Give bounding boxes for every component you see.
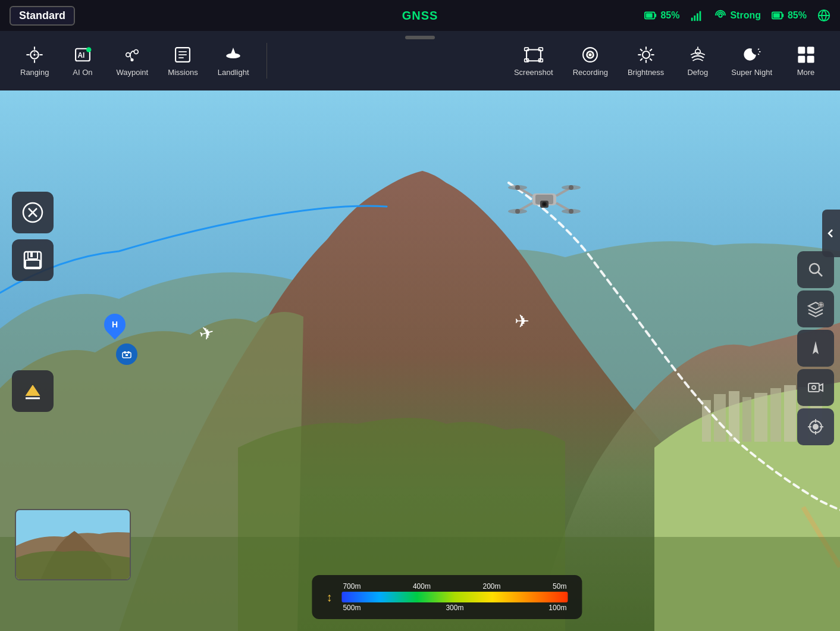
home-marker[interactable]: H bbox=[104, 314, 126, 335]
missions-label: Missions bbox=[168, 68, 198, 77]
scale-gradient bbox=[341, 592, 568, 602]
svg-rect-4 bbox=[694, 15, 696, 21]
drone-view bbox=[506, 177, 577, 221]
toolbar-divider bbox=[267, 43, 267, 79]
ranging-icon bbox=[24, 45, 45, 65]
brightness-icon bbox=[636, 45, 656, 65]
svg-rect-5 bbox=[697, 13, 698, 21]
rc-signal-status bbox=[690, 9, 703, 22]
ai-icon: AI bbox=[73, 45, 93, 65]
waypoint-label: Waypoint bbox=[116, 68, 148, 77]
scale-label-50: 50m bbox=[553, 582, 566, 591]
recording-icon bbox=[580, 45, 600, 65]
missions-icon bbox=[173, 45, 193, 65]
svg-rect-63 bbox=[754, 393, 767, 448]
map-thumbnail[interactable] bbox=[15, 509, 131, 580]
search-button[interactable] bbox=[797, 251, 834, 288]
cancel-button[interactable] bbox=[12, 192, 54, 233]
svg-rect-65 bbox=[784, 385, 796, 448]
svg-line-51 bbox=[758, 49, 759, 50]
svg-line-47 bbox=[650, 49, 652, 51]
ranging-button[interactable]: Ranging bbox=[12, 40, 57, 82]
battery2-icon bbox=[772, 9, 785, 22]
svg-rect-75 bbox=[30, 252, 33, 257]
brightness-button[interactable]: Brightness bbox=[619, 40, 672, 82]
map-area[interactable]: H ✈ ✈ bbox=[0, 90, 840, 631]
svg-rect-74 bbox=[26, 260, 40, 267]
left-controls bbox=[12, 192, 54, 281]
thumbnail-view bbox=[16, 510, 131, 580]
svg-rect-61 bbox=[729, 391, 739, 448]
transmission-status: Strong bbox=[714, 9, 761, 22]
missions-button[interactable]: Missions bbox=[159, 40, 206, 82]
svg-point-17 bbox=[34, 54, 36, 55]
svg-rect-55 bbox=[807, 46, 814, 54]
svg-point-109 bbox=[813, 424, 818, 429]
screenshot-icon bbox=[524, 45, 544, 65]
flight-mode-button[interactable] bbox=[12, 370, 54, 412]
svg-point-85 bbox=[543, 203, 546, 205]
svg-rect-60 bbox=[714, 394, 726, 448]
location-button[interactable] bbox=[797, 408, 834, 445]
super-night-button[interactable]: Super Night bbox=[723, 40, 781, 82]
toolbar-left-group: Ranging AI AI On Waypoint bbox=[12, 40, 258, 82]
drone-svg bbox=[506, 177, 583, 224]
screenshot-label: Screenshot bbox=[514, 68, 553, 77]
camera-view-icon bbox=[807, 379, 825, 396]
save-button[interactable] bbox=[12, 239, 54, 281]
ai-on-label: AI On bbox=[73, 68, 92, 77]
svg-rect-9 bbox=[773, 13, 780, 17]
mode-badge[interactable]: Standard bbox=[10, 6, 75, 26]
landlight-icon bbox=[223, 45, 243, 65]
camera-view-button[interactable] bbox=[797, 369, 834, 406]
svg-rect-56 bbox=[798, 56, 805, 63]
scale-label-300: 300m bbox=[446, 604, 463, 612]
svg-point-98 bbox=[810, 264, 819, 273]
ai-on-button[interactable]: AI AI On bbox=[60, 40, 105, 82]
svg-rect-10 bbox=[782, 14, 783, 17]
battery1-status: 85% bbox=[644, 9, 679, 22]
layers-button[interactable] bbox=[797, 290, 834, 327]
drone-home-marker[interactable] bbox=[116, 343, 137, 365]
battery-icon bbox=[644, 9, 657, 22]
right-status: 85% Strong bbox=[644, 9, 830, 22]
svg-point-49 bbox=[695, 49, 701, 55]
cancel-icon bbox=[22, 202, 43, 223]
scale-label-100: 100m bbox=[548, 604, 566, 612]
svg-point-7 bbox=[719, 14, 723, 17]
battery2-value: 85% bbox=[788, 10, 807, 21]
drone-home-icon bbox=[121, 348, 133, 360]
svg-marker-104 bbox=[813, 341, 819, 354]
svg-rect-64 bbox=[770, 388, 781, 448]
brightness-label: Brightness bbox=[628, 68, 664, 77]
right-panel-collapse[interactable] bbox=[822, 210, 840, 257]
waypoint-button[interactable]: Waypoint bbox=[108, 40, 156, 82]
svg-point-96 bbox=[515, 209, 520, 214]
ranging-label: Ranging bbox=[20, 68, 49, 77]
landlight-label: Landlight bbox=[218, 68, 249, 77]
signal-icon bbox=[690, 9, 703, 22]
recording-button[interactable]: Recording bbox=[565, 40, 616, 82]
scale-label-700: 700m bbox=[343, 582, 361, 591]
scale-icon: ↕ bbox=[326, 591, 332, 604]
drag-handle[interactable] bbox=[405, 36, 435, 39]
defog-icon bbox=[688, 45, 708, 65]
navigate-button[interactable] bbox=[797, 330, 834, 367]
svg-line-46 bbox=[650, 58, 652, 61]
svg-point-97 bbox=[569, 209, 573, 214]
svg-rect-1 bbox=[646, 13, 653, 17]
defog-label: Defog bbox=[687, 68, 708, 77]
takeoff-icon bbox=[21, 379, 45, 403]
scale-label-500: 500m bbox=[343, 604, 361, 612]
more-button[interactable]: More bbox=[783, 40, 828, 82]
scale-label-400: 400m bbox=[413, 582, 431, 591]
landlight-button[interactable]: Landlight bbox=[209, 40, 258, 82]
screenshot-button[interactable]: Screenshot bbox=[506, 40, 562, 82]
defog-button[interactable]: Defog bbox=[675, 40, 720, 82]
recording-label: Recording bbox=[573, 68, 608, 77]
svg-rect-3 bbox=[691, 18, 693, 21]
svg-point-23 bbox=[126, 53, 130, 57]
svg-line-99 bbox=[818, 272, 822, 276]
scale-labels-bottom: 500m 300m 100m bbox=[341, 604, 568, 612]
svg-point-79 bbox=[127, 351, 130, 354]
